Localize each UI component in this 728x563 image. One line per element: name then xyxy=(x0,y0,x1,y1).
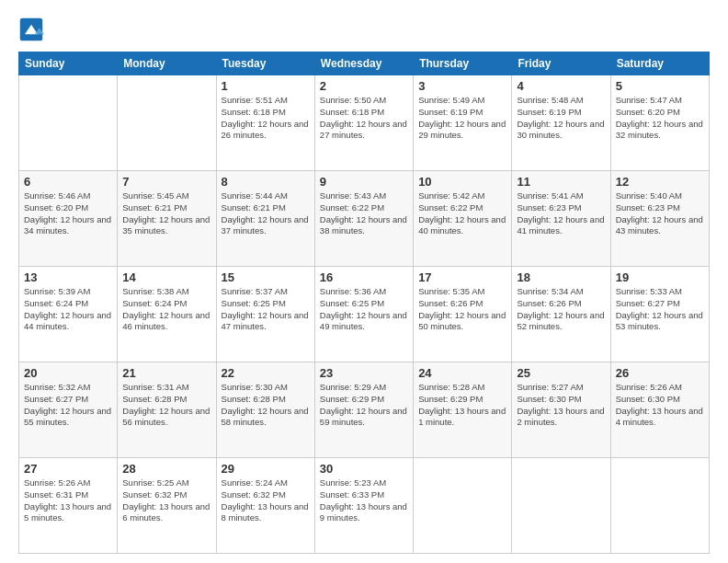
day-info: Sunrise: 5:25 AM Sunset: 6:32 PM Dayligh… xyxy=(122,477,210,524)
calendar-cell: 6Sunrise: 5:46 AM Sunset: 6:20 PM Daylig… xyxy=(19,171,118,267)
calendar-cell: 9Sunrise: 5:43 AM Sunset: 6:22 PM Daylig… xyxy=(314,171,413,267)
calendar-cell: 4Sunrise: 5:48 AM Sunset: 6:19 PM Daylig… xyxy=(512,75,610,171)
day-header-monday: Monday xyxy=(118,52,216,75)
day-info: Sunrise: 5:29 AM Sunset: 6:29 PM Dayligh… xyxy=(320,382,408,429)
day-info: Sunrise: 5:48 AM Sunset: 6:19 PM Dayligh… xyxy=(517,95,605,142)
calendar-cell: 3Sunrise: 5:49 AM Sunset: 6:19 PM Daylig… xyxy=(414,75,512,171)
day-number: 5 xyxy=(616,79,704,93)
day-info: Sunrise: 5:35 AM Sunset: 6:26 PM Dayligh… xyxy=(418,286,506,333)
calendar-cell: 12Sunrise: 5:40 AM Sunset: 6:23 PM Dayli… xyxy=(610,171,709,267)
day-info: Sunrise: 5:32 AM Sunset: 6:27 PM Dayligh… xyxy=(24,382,112,429)
calendar-cell xyxy=(118,75,216,171)
calendar-cell xyxy=(610,458,709,554)
calendar-cell: 20Sunrise: 5:32 AM Sunset: 6:27 PM Dayli… xyxy=(19,362,118,458)
calendar-cell: 15Sunrise: 5:37 AM Sunset: 6:25 PM Dayli… xyxy=(216,267,314,362)
day-number: 27 xyxy=(24,462,112,476)
day-number: 3 xyxy=(418,79,506,93)
calendar-cell: 16Sunrise: 5:36 AM Sunset: 6:25 PM Dayli… xyxy=(314,267,413,362)
day-info: Sunrise: 5:34 AM Sunset: 6:26 PM Dayligh… xyxy=(517,286,605,333)
calendar-cell: 26Sunrise: 5:26 AM Sunset: 6:30 PM Dayli… xyxy=(610,362,709,458)
day-info: Sunrise: 5:23 AM Sunset: 6:33 PM Dayligh… xyxy=(320,477,408,524)
calendar-header-row: SundayMondayTuesdayWednesdayThursdayFrid… xyxy=(19,52,710,75)
calendar-cell xyxy=(512,458,610,554)
day-header-sunday: Sunday xyxy=(19,52,118,75)
day-info: Sunrise: 5:41 AM Sunset: 6:23 PM Dayligh… xyxy=(517,190,605,237)
calendar-cell: 14Sunrise: 5:38 AM Sunset: 6:24 PM Dayli… xyxy=(118,267,216,362)
day-info: Sunrise: 5:44 AM Sunset: 6:21 PM Dayligh… xyxy=(222,190,310,237)
calendar-week-4: 20Sunrise: 5:32 AM Sunset: 6:27 PM Dayli… xyxy=(19,362,710,458)
day-number: 25 xyxy=(517,366,605,380)
calendar-week-2: 6Sunrise: 5:46 AM Sunset: 6:20 PM Daylig… xyxy=(19,171,710,267)
day-header-friday: Friday xyxy=(512,52,610,75)
day-info: Sunrise: 5:40 AM Sunset: 6:23 PM Dayligh… xyxy=(616,190,704,237)
day-number: 26 xyxy=(616,366,704,380)
day-number: 12 xyxy=(616,175,704,189)
day-info: Sunrise: 5:50 AM Sunset: 6:18 PM Dayligh… xyxy=(320,95,408,142)
day-header-wednesday: Wednesday xyxy=(314,52,413,75)
calendar-cell: 8Sunrise: 5:44 AM Sunset: 6:21 PM Daylig… xyxy=(216,171,314,267)
calendar-cell: 25Sunrise: 5:27 AM Sunset: 6:30 PM Dayli… xyxy=(512,362,610,458)
day-number: 19 xyxy=(616,270,704,284)
day-info: Sunrise: 5:51 AM Sunset: 6:18 PM Dayligh… xyxy=(222,95,310,142)
day-number: 28 xyxy=(122,462,210,476)
day-info: Sunrise: 5:31 AM Sunset: 6:28 PM Dayligh… xyxy=(122,382,210,429)
day-number: 1 xyxy=(222,79,310,93)
page-header xyxy=(18,17,710,42)
day-number: 22 xyxy=(222,366,310,380)
day-info: Sunrise: 5:28 AM Sunset: 6:29 PM Dayligh… xyxy=(418,382,506,429)
day-number: 30 xyxy=(320,462,408,476)
calendar-table: SundayMondayTuesdayWednesdayThursdayFrid… xyxy=(18,52,710,554)
calendar-cell: 7Sunrise: 5:45 AM Sunset: 6:21 PM Daylig… xyxy=(118,171,216,267)
calendar-cell: 10Sunrise: 5:42 AM Sunset: 6:22 PM Dayli… xyxy=(414,171,512,267)
day-info: Sunrise: 5:47 AM Sunset: 6:20 PM Dayligh… xyxy=(616,95,704,142)
day-number: 13 xyxy=(24,270,112,284)
day-number: 24 xyxy=(418,366,506,380)
calendar-cell: 23Sunrise: 5:29 AM Sunset: 6:29 PM Dayli… xyxy=(314,362,413,458)
calendar-cell: 19Sunrise: 5:33 AM Sunset: 6:27 PM Dayli… xyxy=(610,267,709,362)
day-info: Sunrise: 5:42 AM Sunset: 6:22 PM Dayligh… xyxy=(418,190,506,237)
day-info: Sunrise: 5:43 AM Sunset: 6:22 PM Dayligh… xyxy=(320,190,408,237)
calendar-cell: 30Sunrise: 5:23 AM Sunset: 6:33 PM Dayli… xyxy=(314,458,413,554)
day-number: 23 xyxy=(320,366,408,380)
calendar-cell: 1Sunrise: 5:51 AM Sunset: 6:18 PM Daylig… xyxy=(216,75,314,171)
day-number: 8 xyxy=(222,175,310,189)
day-number: 10 xyxy=(418,175,506,189)
day-info: Sunrise: 5:36 AM Sunset: 6:25 PM Dayligh… xyxy=(320,286,408,333)
day-number: 15 xyxy=(222,270,310,284)
calendar-cell: 28Sunrise: 5:25 AM Sunset: 6:32 PM Dayli… xyxy=(118,458,216,554)
day-info: Sunrise: 5:49 AM Sunset: 6:19 PM Dayligh… xyxy=(418,95,506,142)
day-info: Sunrise: 5:26 AM Sunset: 6:31 PM Dayligh… xyxy=(24,477,112,524)
day-header-thursday: Thursday xyxy=(414,52,512,75)
calendar-week-3: 13Sunrise: 5:39 AM Sunset: 6:24 PM Dayli… xyxy=(19,267,710,362)
day-number: 20 xyxy=(24,366,112,380)
calendar-cell: 21Sunrise: 5:31 AM Sunset: 6:28 PM Dayli… xyxy=(118,362,216,458)
logo-icon xyxy=(18,17,44,42)
day-info: Sunrise: 5:24 AM Sunset: 6:32 PM Dayligh… xyxy=(222,477,310,524)
day-number: 2 xyxy=(320,79,408,93)
calendar-cell: 18Sunrise: 5:34 AM Sunset: 6:26 PM Dayli… xyxy=(512,267,610,362)
calendar-cell: 17Sunrise: 5:35 AM Sunset: 6:26 PM Dayli… xyxy=(414,267,512,362)
day-number: 21 xyxy=(122,366,210,380)
calendar-cell: 2Sunrise: 5:50 AM Sunset: 6:18 PM Daylig… xyxy=(314,75,413,171)
calendar-cell xyxy=(19,75,118,171)
day-header-saturday: Saturday xyxy=(610,52,709,75)
day-info: Sunrise: 5:46 AM Sunset: 6:20 PM Dayligh… xyxy=(24,190,112,237)
day-info: Sunrise: 5:26 AM Sunset: 6:30 PM Dayligh… xyxy=(616,382,704,429)
day-number: 7 xyxy=(122,175,210,189)
calendar-cell: 22Sunrise: 5:30 AM Sunset: 6:28 PM Dayli… xyxy=(216,362,314,458)
day-number: 11 xyxy=(517,175,605,189)
calendar-cell: 27Sunrise: 5:26 AM Sunset: 6:31 PM Dayli… xyxy=(19,458,118,554)
calendar-cell: 13Sunrise: 5:39 AM Sunset: 6:24 PM Dayli… xyxy=(19,267,118,362)
day-info: Sunrise: 5:39 AM Sunset: 6:24 PM Dayligh… xyxy=(24,286,112,333)
day-number: 9 xyxy=(320,175,408,189)
day-number: 18 xyxy=(517,270,605,284)
day-number: 17 xyxy=(418,270,506,284)
day-number: 4 xyxy=(517,79,605,93)
day-info: Sunrise: 5:37 AM Sunset: 6:25 PM Dayligh… xyxy=(222,286,310,333)
day-header-tuesday: Tuesday xyxy=(216,52,314,75)
day-info: Sunrise: 5:27 AM Sunset: 6:30 PM Dayligh… xyxy=(517,382,605,429)
calendar-cell: 29Sunrise: 5:24 AM Sunset: 6:32 PM Dayli… xyxy=(216,458,314,554)
calendar-cell: 24Sunrise: 5:28 AM Sunset: 6:29 PM Dayli… xyxy=(414,362,512,458)
day-number: 14 xyxy=(122,270,210,284)
day-number: 29 xyxy=(222,462,310,476)
